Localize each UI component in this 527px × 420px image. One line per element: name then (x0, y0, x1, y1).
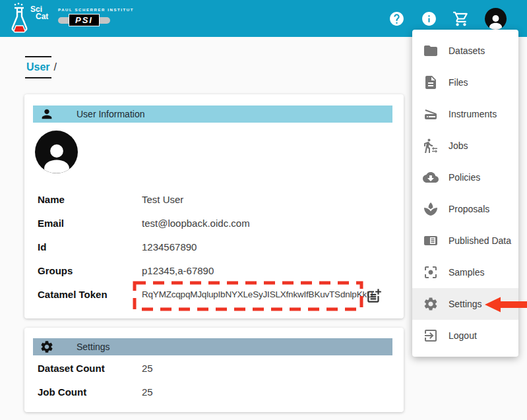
menu-item-label: Policies (449, 172, 480, 183)
avatar-icon (39, 140, 75, 173)
field-label: Id (38, 241, 142, 253)
help-button[interactable] (388, 10, 405, 27)
field-row-catamel-token: Catamel Token RqYMZcqpqMJqlupIbNYXLeSyJI… (38, 282, 390, 306)
menu-item-label: Proposals (449, 204, 489, 214)
user-dropdown-menu: Datasets Files Instruments Jobs Policies… (412, 30, 518, 357)
spa-icon (423, 201, 439, 217)
person-icon (40, 107, 54, 121)
scicat-text-line2: Cat (36, 13, 48, 20)
field-value: Test User (142, 194, 183, 205)
settings-card: Settings Dataset Count 25 Job Count 25 (24, 328, 404, 412)
cloud-download-icon (423, 169, 439, 185)
field-value: 1234567890 (142, 241, 197, 253)
field-row-email: Email test@loopback.oidc.com (38, 211, 390, 235)
shopping-cart-icon (452, 10, 470, 28)
field-row-id: Id 1234567890 (38, 235, 390, 258)
psi-caption: PAUL SCHERRER INSTITUT (58, 8, 117, 12)
user-menu-avatar-button[interactable] (485, 8, 507, 30)
field-value: test@loopback.oidc.com (142, 218, 250, 229)
info-button[interactable] (420, 10, 437, 27)
settings-fields: Dataset Count 25 Job Count 25 (38, 356, 390, 404)
profile-avatar (35, 131, 78, 173)
breadcrumb: User/ (25, 56, 57, 78)
field-row-job-count: Job Count 25 (38, 380, 390, 404)
field-value: p12345,a-67890 (142, 265, 214, 276)
menu-item-samples[interactable]: Samples (412, 256, 518, 288)
user-fields: Name Test User Email test@loopback.oidc.… (38, 187, 390, 306)
catamel-token-value: RqYMZcqpqMJqlupIbNYXLeSyJISLXfnkwIfBKuvT… (142, 289, 373, 299)
menu-item-label: Jobs (449, 140, 468, 151)
cart-button[interactable] (452, 10, 470, 27)
copy-to-clipboard-icon (365, 287, 383, 305)
field-label: Email (38, 218, 142, 229)
menu-item-settings[interactable]: Settings (412, 288, 518, 320)
settings-card-header: Settings (33, 338, 392, 355)
field-label: Groups (38, 265, 142, 276)
user-information-card: User Information Name Test User Email te… (24, 94, 404, 318)
scicat-logo: Sci Cat (11, 2, 53, 35)
avatar-icon (487, 13, 505, 30)
field-label: Dataset Count (38, 363, 142, 374)
center-focus-icon (423, 264, 439, 280)
menu-item-proposals[interactable]: Proposals (412, 193, 518, 225)
gear-icon (423, 296, 439, 312)
copy-token-button[interactable] (365, 287, 383, 305)
menu-item-published-data[interactable]: Published Data (412, 225, 518, 256)
logout-icon (423, 328, 439, 344)
user-card-title: User Information (77, 109, 144, 119)
menu-item-label: Files (449, 77, 468, 88)
user-card-header: User Information (33, 105, 392, 123)
field-label: Catamel Token (38, 289, 142, 300)
menu-item-label: Instruments (449, 109, 497, 119)
walking-person-icon (423, 138, 439, 154)
psi-bar: PSI (58, 14, 117, 26)
menu-item-files[interactable]: Files (412, 67, 518, 98)
menu-item-label: Datasets (449, 45, 485, 56)
document-icon (423, 75, 439, 90)
menu-item-datasets[interactable]: Datasets (412, 35, 518, 67)
field-row-name: Name Test User (38, 187, 390, 211)
field-value: 25 (142, 363, 153, 374)
breadcrumb-separator: / (54, 61, 57, 73)
menu-item-label: Published Data (449, 235, 511, 246)
psi-label: PSI (69, 14, 100, 26)
help-icon (388, 11, 405, 27)
menu-item-jobs[interactable]: Jobs (412, 130, 518, 162)
menu-item-logout[interactable]: Logout (412, 320, 518, 351)
menu-item-label: Samples (449, 267, 484, 278)
gear-icon (40, 340, 54, 354)
field-label: Name (38, 194, 142, 205)
scicat-logo-text: Sci Cat (30, 6, 48, 20)
scanner-icon (423, 106, 439, 122)
field-label: Job Count (38, 386, 142, 398)
psi-logo: PAUL SCHERRER INSTITUT PSI (58, 8, 117, 26)
settings-card-title: Settings (77, 342, 110, 352)
field-row-groups: Groups p12345,a-67890 (38, 258, 390, 282)
breadcrumb-user-link[interactable]: User (25, 56, 51, 78)
field-value: 25 (142, 386, 153, 398)
info-icon (421, 11, 437, 27)
newspaper-icon (423, 233, 439, 249)
folder-icon (423, 43, 439, 59)
menu-item-policies[interactable]: Policies (412, 162, 518, 193)
menu-item-label: Settings (449, 299, 482, 309)
menu-item-instruments[interactable]: Instruments (412, 98, 518, 130)
menu-item-label: Logout (449, 330, 477, 341)
field-row-dataset-count: Dataset Count 25 (38, 356, 390, 380)
